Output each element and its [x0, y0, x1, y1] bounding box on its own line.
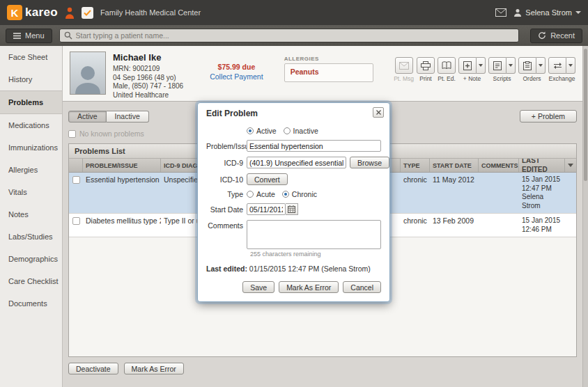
type-chronic-radio[interactable]: [282, 191, 289, 198]
icd9-input[interactable]: [247, 157, 346, 168]
patient-mrn: MRN: 9002109: [113, 65, 183, 74]
exchange-dropdown-caret[interactable]: [566, 57, 575, 74]
sidebar-item-medications[interactable]: Medications: [0, 114, 62, 136]
no-known-problems-checkbox[interactable]: [68, 130, 76, 138]
scrollbar-thumb[interactable]: [584, 49, 587, 181]
mark-as-error-dialog-button[interactable]: Mark As Error: [279, 281, 339, 293]
user-menu[interactable]: Selena Strom: [513, 8, 581, 17]
sidebar-item-demographics[interactable]: Demographics: [0, 248, 62, 270]
last-edited-label: Last edited:: [206, 264, 247, 273]
sidebar-item-face-sheet[interactable]: Face Sheet: [0, 46, 62, 68]
sidebar-item-notes[interactable]: Notes: [0, 203, 62, 226]
exchange-icon[interactable]: [548, 57, 566, 74]
filter-inactive-button[interactable]: Inactive: [107, 111, 149, 123]
search-icon: [64, 31, 72, 40]
tool-exchange-label: Exchange: [549, 75, 575, 82]
deactivate-button[interactable]: Deactivate: [68, 363, 118, 374]
recent-button-label: Recent: [550, 31, 575, 40]
no-known-problems-label: No known problems: [79, 129, 144, 138]
filter-active-button[interactable]: Active: [68, 111, 107, 123]
close-icon[interactable]: [373, 107, 384, 118]
allergies-box: Peanuts: [284, 63, 373, 82]
column-start-date[interactable]: START DATE: [430, 159, 479, 172]
scripts-dropdown-caret[interactable]: [506, 57, 516, 74]
tool-print-label: Print: [419, 75, 431, 82]
problem-issue-input[interactable]: [247, 140, 381, 152]
pt-msg-icon: [395, 57, 413, 74]
column-type[interactable]: TYPE: [401, 159, 430, 172]
sidebar-item-documents[interactable]: Documents: [0, 292, 62, 315]
agent-icon: [65, 7, 75, 19]
last-edited-info: Last edited: 01/15/2015 12:47 PM (Selena…: [206, 264, 381, 273]
orders-icon[interactable]: [518, 57, 536, 74]
vertical-scrollbar[interactable]: [582, 46, 588, 387]
book-icon[interactable]: [438, 57, 456, 74]
recent-button[interactable]: Recent: [530, 29, 582, 43]
orders-dropdown-caret[interactable]: [536, 57, 546, 74]
patient-toolbar: Pt. Msg Print Pt. Ed.: [394, 52, 575, 95]
search-bar: Menu Recent: [0, 25, 588, 46]
browse-button[interactable]: Browse: [350, 157, 389, 168]
tool-pt-msg: Pt. Msg: [394, 57, 414, 95]
comments-label: Comments: [206, 220, 247, 230]
chevron-down-icon: [575, 11, 581, 14]
mark-as-error-button[interactable]: Mark As Error: [124, 363, 184, 374]
patient-search[interactable]: [59, 29, 519, 42]
menu-button[interactable]: Menu: [6, 29, 52, 43]
save-button[interactable]: Save: [242, 281, 274, 293]
tool-orders-label: Orders: [523, 75, 541, 82]
scripts-icon[interactable]: [488, 57, 506, 74]
kareo-logo-icon: K: [7, 5, 22, 20]
patient-dob: 04 Sep 1966 (48 yo): [113, 74, 183, 83]
column-comments[interactable]: COMMENTS: [479, 159, 519, 172]
row-checkbox[interactable]: [72, 217, 80, 225]
sidebar-item-problems[interactable]: Problems: [0, 90, 62, 114]
comments-textarea[interactable]: [247, 220, 381, 249]
cancel-button[interactable]: Cancel: [343, 281, 381, 293]
cell-problem: Essential hypertension: [83, 173, 161, 213]
type-acute-label: Acute: [256, 190, 275, 198]
note-dropdown-caret[interactable]: [477, 57, 486, 74]
brand-name: kareo: [25, 6, 58, 19]
cell-last-edited: 15 Jan 2015 12:47 PM Selena Strom: [519, 173, 565, 213]
column-problem-issue[interactable]: PROBLEM/ISSUE: [83, 159, 161, 172]
sidebar-item-care-checklist[interactable]: Care Checklist: [0, 270, 62, 292]
print-icon[interactable]: [417, 57, 435, 74]
sort-caret-icon[interactable]: [565, 159, 576, 172]
type-label: Type: [206, 190, 247, 198]
add-problem-button[interactable]: + Problem: [520, 110, 577, 123]
sidebar-item-labs-studies[interactable]: Labs/Studies: [0, 226, 62, 248]
status-inactive-label: Inactive: [293, 127, 318, 135]
sidebar-item-immunizations[interactable]: Immunizations: [0, 136, 62, 159]
note-icon[interactable]: [458, 57, 477, 74]
type-acute-radio[interactable]: [247, 191, 254, 198]
status-active-radio[interactable]: [247, 127, 254, 134]
tool-add-note: + Note: [458, 57, 486, 95]
cell-problem: Diabetes mellitus type 2: [83, 214, 161, 237]
icd10-label: ICD-10: [206, 175, 247, 184]
mail-icon[interactable]: [495, 8, 506, 17]
column-last-edited[interactable]: LAST EDITED: [519, 159, 565, 172]
convert-button[interactable]: Convert: [247, 173, 288, 185]
icd9-label: ICD-9: [206, 159, 247, 167]
status-inactive-radio[interactable]: [284, 127, 291, 134]
tool-exchange: Exchange: [548, 57, 575, 95]
sidebar-item-allergies[interactable]: Allergies: [0, 159, 62, 181]
top-bar: K kareo Family Health Medical Center Sel…: [0, 0, 588, 25]
patient-header: Michael Ike MRN: 9002109 04 Sep 1966 (48…: [63, 46, 582, 102]
practice-name: Family Health Medical Center: [100, 8, 201, 17]
dialog-title: Edit Problem: [206, 109, 381, 118]
status-active-label: Active: [256, 127, 277, 135]
calendar-icon[interactable]: [286, 203, 298, 215]
header-checkbox-column: [69, 159, 83, 172]
sidebar-item-vitals[interactable]: Vitals: [0, 181, 62, 203]
collect-payment-link[interactable]: Collect Payment: [210, 72, 263, 81]
row-checkbox[interactable]: [72, 176, 80, 184]
search-input[interactable]: [76, 31, 514, 40]
tool-add-note-label: + Note: [463, 75, 481, 82]
allergy-value: Peanuts: [291, 68, 319, 76]
tool-pt-msg-label: Pt. Msg: [394, 75, 414, 82]
start-date-input[interactable]: [247, 203, 286, 215]
sidebar-item-history[interactable]: History: [0, 68, 62, 90]
kareo-logo: K kareo: [7, 5, 58, 20]
